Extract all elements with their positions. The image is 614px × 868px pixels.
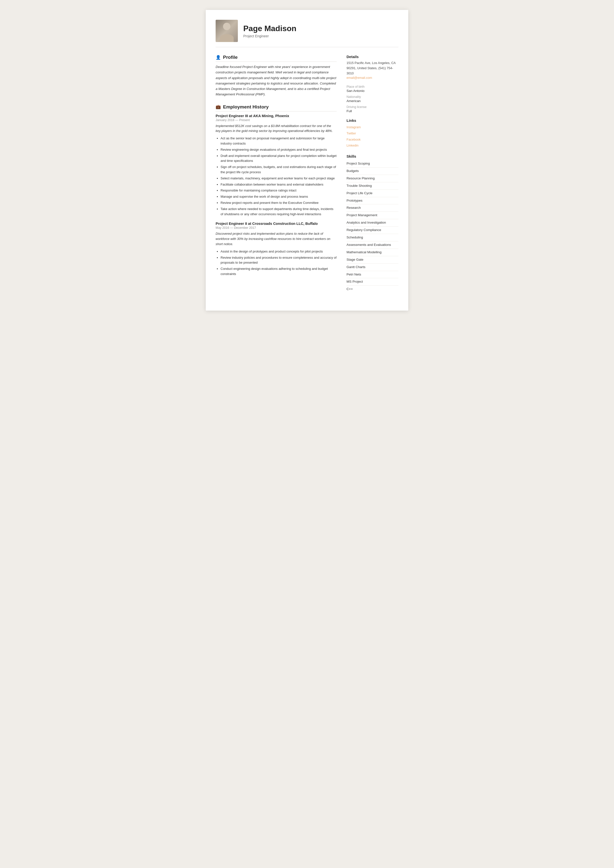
job-1-desc: Implemented $512K cost savings on a $3.8… (216, 124, 336, 134)
candidate-title: Project Engineer (243, 34, 296, 38)
left-column: 👤 Profile Deadline focused Project Engin… (216, 54, 336, 298)
bullet-item: Select materials, machinery, equipment a… (220, 176, 336, 181)
link-twitter[interactable]: Twitter (347, 130, 398, 137)
avatar (216, 20, 238, 42)
bullet-item: Assist in the design of prototypes and p… (220, 249, 336, 254)
employment-section-title: 💼 Employment History (216, 104, 336, 112)
details-section-title: Details (347, 54, 398, 59)
bullet-item: Review industry policies and procedures … (220, 255, 336, 266)
skill-item: Project Scoping (347, 160, 398, 168)
skill-item: Research (347, 204, 398, 212)
employment-section: 💼 Employment History Project Engineer II… (216, 104, 336, 277)
skill-item: Scheduling (347, 234, 398, 241)
bullet-item: Sign off on project schedules, budgets, … (220, 165, 336, 175)
skill-item: Regulatory Compliance (347, 227, 398, 234)
bullet-item: Review project reports and present them … (220, 200, 336, 206)
bullet-item: Review engineering design evaluations of… (220, 147, 336, 152)
job-1-bullets: Act as the senior lead on proposal manag… (216, 136, 336, 217)
profile-text: Deadline focused Project Engineer with n… (216, 64, 336, 97)
place-of-birth-value: San Antonio (347, 89, 398, 93)
details-address: 1515 Pacific Ave, Los Angeles, CA 90291,… (347, 61, 398, 76)
job-2-dates: May 2016 — December 2017 (216, 226, 336, 230)
job-2-bullets: Assist in the design of prototypes and p… (216, 249, 336, 277)
job-1: Project Engineer III at AKA Mining, Phoe… (216, 114, 336, 217)
link-facebook[interactable]: Facebook (347, 137, 398, 143)
bullet-item: Conduct engineering design evaluations a… (220, 266, 336, 277)
skill-item: Resource Planning (347, 175, 398, 182)
bullet-item: Responsible for maintaining compliance r… (220, 188, 336, 193)
header: Page Madison Project Engineer (216, 20, 398, 47)
driving-license-value: Full (347, 109, 398, 113)
skills-section: Skills Project Scoping Budgets Resource … (347, 154, 398, 293)
profile-section-title: 👤 Profile (216, 54, 336, 62)
skill-item: C++ (347, 286, 398, 293)
place-of-birth-section: Place of birth San Antonio Nationality A… (347, 85, 398, 113)
profile-icon: 👤 (216, 55, 221, 60)
skill-item: Stage Gate (347, 256, 398, 264)
employment-icon: 💼 (216, 104, 221, 109)
profile-section: 👤 Profile Deadline focused Project Engin… (216, 54, 336, 97)
bullet-item: Draft and implement overall operational … (220, 154, 336, 164)
candidate-name: Page Madison (243, 24, 296, 33)
driving-license-label: Driving license (347, 105, 398, 109)
job-2-title: Project Engineer II at Crossroads Constr… (216, 222, 336, 225)
main-layout: 👤 Profile Deadline focused Project Engin… (216, 54, 398, 298)
skill-item: Project Management (347, 212, 398, 219)
resume-card: Page Madison Project Engineer 👤 Profile … (206, 10, 408, 311)
skills-section-title: Skills (347, 154, 398, 158)
skill-item: Gantt Charts (347, 264, 398, 271)
nationality-label: Nationality (347, 95, 398, 99)
right-column: Details 1515 Pacific Ave, Los Angeles, C… (347, 54, 398, 298)
job-1-dates: January 2018 — Present (216, 118, 336, 122)
skill-item: MS Project (347, 278, 398, 286)
place-of-birth-label: Place of birth (347, 85, 398, 89)
skill-item: Mathematical Modelling (347, 249, 398, 256)
bullet-item: Manage and supervise the work of design … (220, 194, 336, 199)
links-section: Links Instagram Twitter Facebook Linkedi… (347, 118, 398, 149)
bullet-item: Facilitate collaboration between worker … (220, 182, 336, 187)
nationality-value: American (347, 99, 398, 103)
link-linkedin[interactable]: Linkedin (347, 143, 398, 149)
skill-item: Assessments and Evaluations (347, 241, 398, 249)
job-2: Project Engineer II at Crossroads Constr… (216, 222, 336, 276)
skill-item: Budgets (347, 168, 398, 175)
job-2-desc: Discovered project risks and implemented… (216, 231, 336, 247)
skill-item: Trouble Shooting (347, 182, 398, 190)
job-1-title: Project Engineer III at AKA Mining, Phoe… (216, 114, 336, 118)
skill-item: Analytics and Investigation (347, 219, 398, 227)
links-section-title: Links (347, 118, 398, 123)
details-email[interactable]: email@email.com (347, 76, 398, 79)
header-text: Page Madison Project Engineer (243, 24, 296, 38)
details-section: Details 1515 Pacific Ave, Los Angeles, C… (347, 54, 398, 79)
bullet-item: Take action where needed to support depa… (220, 207, 336, 217)
bullet-item: Act as the senior lead on proposal manag… (220, 136, 336, 146)
skill-item: Prototypes (347, 197, 398, 205)
skill-item: Project Life Cycle (347, 190, 398, 197)
link-instagram[interactable]: Instagram (347, 124, 398, 130)
skill-item: Petri Nets (347, 271, 398, 278)
